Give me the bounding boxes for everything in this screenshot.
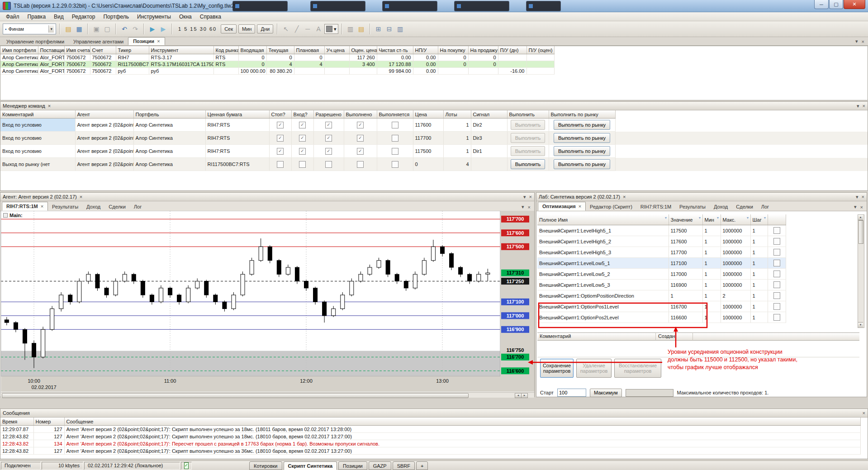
menu-item-3[interactable]: Вид bbox=[50, 13, 68, 21]
checkbox[interactable]: ✓ bbox=[357, 148, 364, 155]
menu-item-4[interactable]: Редактор bbox=[68, 13, 100, 21]
load-template-button[interactable]: ▤ bbox=[356, 24, 366, 34]
lab-tab-4[interactable]: Результаты bbox=[675, 203, 710, 211]
position-row[interactable]: Алор СинтетикаAlor_FORTS75006727500672ру… bbox=[0, 68, 868, 75]
optimize-checkbox[interactable] bbox=[773, 260, 780, 266]
parameter-row[interactable]: ВнешнийСкрипт1:LevelHigh5_31177001100000… bbox=[537, 247, 859, 258]
menu-item-5[interactable]: Портфель bbox=[99, 13, 133, 21]
bottom-tab-6[interactable]: + bbox=[416, 461, 428, 470]
main-tab-2[interactable]: Управление агентами bbox=[69, 38, 128, 45]
checkbox[interactable]: ✓ bbox=[299, 135, 306, 142]
lab-tab-7[interactable]: Лог bbox=[757, 203, 773, 211]
save-parameters-button[interactable]: Сохранение параметров bbox=[540, 359, 574, 378]
broker-combo[interactable]: ▪ Финам ▾ bbox=[3, 24, 56, 34]
bottom-tab-2[interactable]: Скрипт Синтетика bbox=[284, 461, 337, 470]
scroll-left-icon[interactable]: ◂ bbox=[515, 393, 522, 398]
checkbox[interactable]: ✓ bbox=[299, 122, 306, 128]
message-row[interactable]: 12:28:43.82127Агент 'Агент версия 2 (02&… bbox=[0, 447, 868, 455]
agent-tab-4[interactable]: Сделки bbox=[104, 203, 130, 211]
agent-tab-3[interactable]: Доход bbox=[82, 203, 104, 211]
position-row[interactable]: Алор СинтетикаAlor_FORTS75006727500672RI… bbox=[0, 61, 868, 68]
menu-item-2[interactable]: Правка bbox=[24, 13, 50, 21]
maximum-button[interactable]: Максимум bbox=[590, 389, 622, 397]
filter-icon[interactable]: ▼ bbox=[698, 216, 702, 219]
open-file-button[interactable]: ▤ bbox=[63, 24, 73, 34]
maximize-button[interactable]: ▢ bbox=[829, 0, 843, 9]
lab-tab-3[interactable]: RIH7:RTS:1M bbox=[636, 203, 675, 211]
scroll-right-icon[interactable]: ▸ bbox=[521, 393, 528, 398]
checkbox[interactable]: ✓ bbox=[325, 122, 332, 128]
checkbox[interactable]: ✓ bbox=[325, 135, 332, 142]
parameter-row[interactable]: ВнешнийСкрипт1:OptionPos1Level1167001100… bbox=[537, 301, 859, 312]
close-icon[interactable]: × bbox=[579, 204, 581, 209]
chevron-down-icon[interactable]: ▾ bbox=[523, 194, 526, 200]
agent-tab-2[interactable]: Результаты bbox=[48, 203, 82, 211]
execute-button[interactable]: Выполнить bbox=[511, 146, 545, 156]
checkbox[interactable]: ✓ bbox=[277, 148, 284, 155]
bottom-tab-3[interactable]: Позиции bbox=[338, 461, 367, 470]
lab-tab-1[interactable]: Оптимизация× bbox=[538, 202, 586, 211]
checkbox[interactable]: ✓ bbox=[277, 122, 284, 128]
undo-button[interactable]: ↶ bbox=[119, 24, 129, 34]
message-row[interactable]: 12:29:07.87127Агент 'Агент версия 2 (02&… bbox=[0, 426, 868, 433]
close-icon[interactable]: × bbox=[80, 194, 82, 199]
parameter-row[interactable]: ВнешнийСкрипт1:LevelLow5_211700011000000… bbox=[537, 269, 859, 280]
filter-icon[interactable]: ▼ bbox=[746, 216, 749, 219]
execute-market-button[interactable]: Выполнить по рынку bbox=[554, 159, 610, 169]
save-button[interactable]: ▦ bbox=[74, 24, 84, 34]
close-icon[interactable]: × bbox=[157, 38, 160, 44]
optimize-checkbox[interactable] bbox=[773, 249, 780, 256]
parameter-row[interactable]: ВнешнийСкрипт1:OptionPos2Level1166001100… bbox=[537, 312, 859, 323]
minimize-button[interactable]: ─ bbox=[814, 0, 829, 9]
passes-input[interactable] bbox=[557, 389, 586, 397]
checkbox[interactable]: ✓ bbox=[357, 122, 364, 128]
execute-button[interactable]: Выполнить bbox=[511, 159, 545, 169]
message-row[interactable]: 12:28:43.82127Агент 'Агент версия 2 (02&… bbox=[0, 433, 868, 440]
checkbox[interactable]: ✓ bbox=[357, 135, 364, 142]
bottom-tab-4[interactable]: GAZP bbox=[369, 461, 391, 470]
bottom-tab-1[interactable]: Котировки bbox=[249, 461, 282, 470]
scrollbar-thumb[interactable] bbox=[859, 220, 863, 244]
save-template-button[interactable]: ▥ bbox=[346, 24, 356, 34]
cursor-tool-button[interactable]: ↖ bbox=[281, 24, 291, 34]
checkbox[interactable]: ✓ bbox=[277, 135, 284, 142]
pin-icon[interactable]: ▾ bbox=[854, 204, 857, 210]
scroll-up-icon[interactable]: ▴ bbox=[858, 215, 863, 220]
execute-market-button[interactable]: Выполнить по рынку bbox=[554, 120, 610, 130]
menu-item-7[interactable]: Окна bbox=[175, 13, 196, 21]
parameter-row[interactable]: ВнешнийСкрипт1:LevelLow5_311690011000000… bbox=[537, 280, 859, 290]
optimize-checkbox[interactable] bbox=[773, 303, 780, 310]
execute-market-button[interactable]: Выполнить по рынку bbox=[554, 133, 610, 143]
command-row[interactable]: Выход по рынку (нетАгент версия 2 (02&po… bbox=[0, 158, 868, 171]
optimize-checkbox[interactable] bbox=[773, 292, 780, 299]
main-tab-3[interactable]: Позиции× bbox=[128, 37, 165, 45]
lab-tab-6[interactable]: Сделки bbox=[732, 203, 757, 211]
delete-parameters-button[interactable]: Удаление параметров bbox=[576, 359, 612, 378]
menu-item-8[interactable]: Справка bbox=[196, 13, 225, 21]
checkbox[interactable] bbox=[299, 161, 306, 168]
checkbox[interactable] bbox=[325, 161, 332, 168]
redo-button[interactable]: ↷ bbox=[130, 24, 140, 34]
message-row[interactable]: 12:28:43.82134Агент 'Агент версия 2 (02&… bbox=[0, 440, 868, 447]
close-icon[interactable]: × bbox=[863, 410, 865, 416]
trend-line-tool-button[interactable]: ╱ bbox=[292, 24, 302, 34]
scrollbar-thumb[interactable] bbox=[2, 393, 469, 398]
lab-tab-2[interactable]: Редактор (Скрипт) bbox=[586, 203, 636, 211]
tile-view-button[interactable]: ⊟ bbox=[384, 24, 394, 34]
command-row[interactable]: Вход по условиюАгент версия 2 (02&point;… bbox=[0, 119, 868, 132]
cascade-view-button[interactable]: ▥ bbox=[395, 24, 405, 34]
command-row[interactable]: Вход по условиюАгент версия 2 (02&point;… bbox=[0, 145, 868, 158]
horizontal-line-tool-button[interactable]: ─ bbox=[303, 24, 313, 34]
parameters-scrollbar[interactable]: ▴ ▾ bbox=[858, 214, 864, 328]
optimize-checkbox[interactable] bbox=[773, 314, 780, 321]
command-row[interactable]: Вход по условиюАгент версия 2 (02&point;… bbox=[0, 132, 868, 145]
chevron-down-icon[interactable]: ▾ bbox=[857, 103, 859, 109]
filter-icon[interactable]: ▼ bbox=[716, 216, 720, 219]
title-bar[interactable]: TSLab (версия 1.2.29.0:32bit) - C:\Users… bbox=[0, 0, 868, 12]
close-icon[interactable]: × bbox=[48, 103, 51, 109]
position-row[interactable]: Алор СинтетикаAlor_FORTS75006727500672RI… bbox=[0, 54, 868, 61]
checkbox[interactable] bbox=[357, 161, 364, 168]
menu-item-1[interactable]: Файл bbox=[2, 13, 24, 21]
checkbox[interactable]: ✓ bbox=[325, 148, 332, 155]
step-forward-button[interactable]: ▶ bbox=[158, 24, 168, 34]
